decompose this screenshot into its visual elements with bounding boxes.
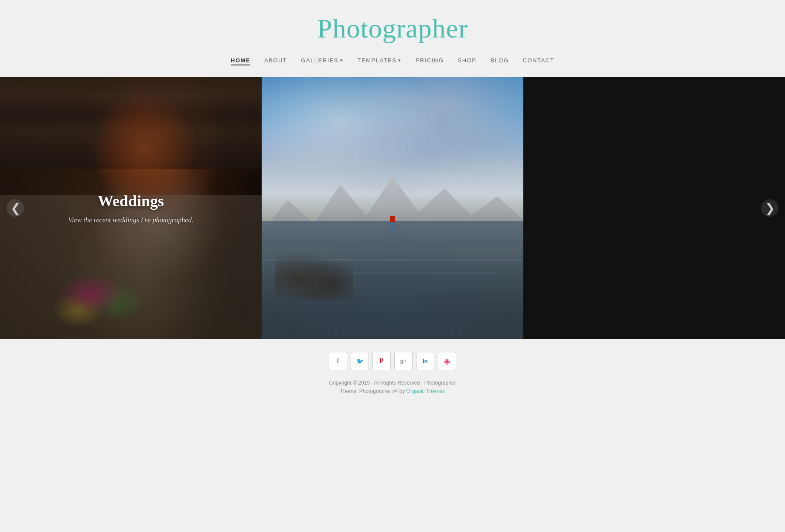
dribbble-symbol: ◉ <box>444 357 450 365</box>
slide-panel-1[interactable]: Weddings View the recent weddings I've p… <box>0 77 262 339</box>
site-title: Photographer <box>0 13 785 44</box>
header: Photographer HOME ABOUT GALLERIES TEMPLA… <box>0 0 785 77</box>
slide-1-subtitle: View the recent weddings I've photograph… <box>68 216 194 224</box>
linkedin-icon[interactable]: in <box>416 352 434 370</box>
nav-dropdown-templates: TEMPLATES <box>358 57 402 64</box>
theme-text: Theme: Photographer v4 by <box>340 388 406 394</box>
facebook-icon[interactable]: f <box>329 352 347 370</box>
nav-item-shop[interactable]: SHOP <box>458 57 477 65</box>
twitter-symbol: 🐦 <box>356 358 364 365</box>
social-icons-bar: f 🐦 P g+ in ◉ <box>0 352 785 370</box>
nav-item-blog[interactable]: BLOG <box>490 57 509 65</box>
image-slider: ❮ Weddings View the recent weddings I've… <box>0 77 785 339</box>
slider-prev-button[interactable]: ❮ <box>7 199 24 217</box>
nav-item-galleries[interactable]: GALLERIES <box>301 57 343 65</box>
footer-theme: Theme: Photographer v4 by Organic Themes <box>0 387 785 396</box>
footer-copyright: Copyright © 2019 · All Rights Reserved ·… <box>0 379 785 387</box>
nav-item-home[interactable]: HOME <box>231 57 250 65</box>
google-plus-icon[interactable]: g+ <box>394 352 413 370</box>
footer: f 🐦 P g+ in ◉ Copyright © 2019 · All Rig… <box>0 339 785 406</box>
panel-1-overlay: Weddings View the recent weddings I've p… <box>0 77 262 339</box>
slide-panel-2[interactable] <box>262 77 523 339</box>
pinterest-icon[interactable]: P <box>372 352 391 370</box>
linkedin-symbol: in <box>423 358 428 365</box>
pinterest-symbol: P <box>379 357 384 365</box>
google-plus-symbol: g+ <box>400 358 406 364</box>
organic-themes-link[interactable]: Organic Themes <box>406 388 445 394</box>
slider-next-button[interactable]: ❯ <box>761 199 778 217</box>
nav-item-pricing[interactable]: PRICING <box>416 57 444 65</box>
slide-1-title: Weddings <box>98 192 164 210</box>
panel-2-overlay <box>262 77 523 339</box>
nav-item-contact[interactable]: CONTACT <box>523 57 554 65</box>
dribbble-icon[interactable]: ◉ <box>438 352 456 370</box>
main-nav: HOME ABOUT GALLERIES TEMPLATES PRICING S… <box>0 52 785 71</box>
nav-dropdown-galleries: GALLERIES <box>301 57 343 64</box>
nav-item-about[interactable]: ABOUT <box>264 57 287 65</box>
twitter-icon[interactable]: 🐦 <box>351 352 369 370</box>
copyright-text: Copyright © 2019 · All Rights Reserved ·… <box>329 380 456 386</box>
facebook-symbol: f <box>337 357 339 365</box>
nav-item-templates[interactable]: TEMPLATES <box>358 57 402 65</box>
